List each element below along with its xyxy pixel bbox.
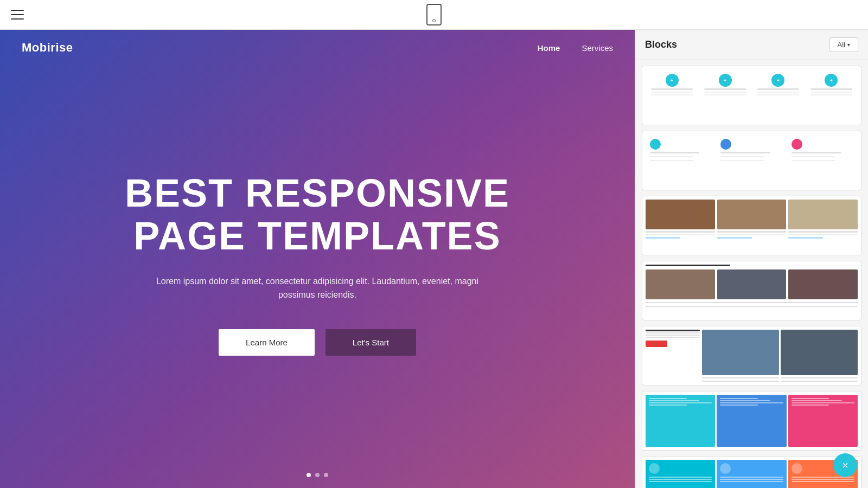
bc2-line9: [792, 160, 835, 161]
toolbar: [0, 0, 868, 30]
bc5-line3: [646, 337, 700, 338]
toolbar-center: [426, 4, 442, 25]
bc7-l9: [792, 481, 854, 482]
bc6-l2: [649, 400, 699, 401]
bc1-line11: [810, 92, 852, 93]
bc3-link1: [646, 237, 680, 239]
bc3-line2: [646, 234, 715, 235]
bc2-line1: [650, 152, 699, 153]
site-logo: Mobirise: [22, 41, 73, 55]
hamburger-menu-icon[interactable]: [11, 10, 24, 20]
bc1-icon2: [719, 74, 732, 87]
bc1-icon1: [666, 74, 679, 87]
bc5-sub3: [781, 377, 858, 378]
bc2-dot2: [720, 139, 731, 150]
bc2-line8: [792, 156, 835, 157]
learn-more-button[interactable]: Learn More: [219, 329, 315, 356]
bc7-col1: [646, 460, 715, 488]
bc1-icon4: [825, 74, 838, 87]
bc3-line5: [788, 231, 858, 233]
bc1-line10: [810, 88, 852, 90]
bc3-line3: [717, 231, 787, 233]
sidebar-title: Blocks: [645, 39, 677, 50]
bc6-l3: [649, 402, 712, 403]
bc2-line5: [720, 156, 764, 157]
bc3-line1: [646, 231, 715, 233]
hero-title: BEST RESPONSIVE PAGE TEMPLATES: [125, 172, 510, 258]
bc6-l9: [792, 398, 829, 399]
bc1-line9: [757, 94, 799, 95]
bc3-card2: [717, 200, 787, 239]
bc6-col1: [646, 395, 715, 447]
hero-title-line1: BEST RESPONSIVE: [125, 171, 510, 215]
filter-all-button[interactable]: All: [829, 37, 858, 52]
sidebar: Blocks All: [635, 30, 868, 488]
lets-start-button[interactable]: Let's Start: [326, 329, 416, 356]
block-card-blog[interactable]: [642, 261, 861, 320]
bc7-l4: [720, 477, 783, 478]
block-preview-7: [642, 457, 861, 488]
block-card-features-icons[interactable]: [642, 66, 861, 125]
bc3-link2: [717, 237, 752, 239]
bc3-card1: [646, 200, 715, 239]
bc7-col2: [717, 460, 786, 488]
dot-1[interactable]: [307, 473, 311, 477]
bc2-col3: [788, 136, 857, 185]
main-area: Mobirise Home Services BEST RESPONSIVE P…: [0, 30, 868, 488]
bc3-line4: [717, 234, 787, 235]
nav-link-home[interactable]: Home: [538, 43, 560, 53]
mobile-device-icon[interactable]: [426, 4, 442, 25]
toolbar-left: [11, 10, 24, 20]
sidebar-header: Blocks All: [635, 30, 868, 60]
bc6-l1: [649, 398, 687, 399]
bc3-link3: [788, 237, 823, 239]
bc1-line12: [810, 94, 852, 95]
bc1-col2: [700, 70, 751, 120]
bc6-l7: [720, 402, 783, 403]
bc6-col2: [717, 395, 786, 447]
bc3-card3: [788, 200, 858, 239]
bc5-col2: [781, 330, 858, 382]
block-card-colored-columns[interactable]: [642, 391, 861, 451]
bc5-right: [702, 330, 858, 382]
bc1-col3: [753, 70, 804, 120]
bc2-col2: [717, 136, 786, 185]
hero-carousel-dots: [0, 462, 635, 488]
bc5-img2: [781, 330, 858, 375]
bc4-row: [646, 269, 858, 299]
blocks-list[interactable]: [635, 60, 868, 488]
hero-subtitle: Lorem ipsum dolor sit amet, consectetur …: [138, 274, 496, 302]
close-button[interactable]: ×: [833, 453, 857, 477]
bc4-line1: [646, 302, 858, 303]
bc2-dot3: [792, 139, 802, 150]
block-card-colorful-sections[interactable]: [642, 456, 861, 488]
bc7-l6: [720, 481, 783, 482]
hero-content: BEST RESPONSIVE PAGE TEMPLATES Lorem ips…: [0, 66, 635, 462]
dot-3[interactable]: [324, 473, 328, 477]
bc5-img1: [702, 330, 779, 375]
bc5-badge: [646, 341, 667, 347]
bc7-l8: [792, 479, 854, 480]
bc1-line7: [757, 88, 799, 90]
bc5-sub1: [702, 377, 779, 378]
bc6-l5: [720, 398, 758, 399]
bc2-line2: [650, 156, 693, 157]
block-card-features-dots[interactable]: [642, 131, 861, 190]
block-card-image-cards[interactable]: [642, 196, 861, 255]
bc7-l1: [649, 477, 712, 478]
bc6-col3: [788, 395, 858, 447]
dot-2[interactable]: [315, 473, 320, 477]
bc5-col1: [702, 330, 779, 382]
hero-title-line2: PAGE TEMPLATES: [133, 214, 501, 258]
hero-buttons: Learn More Let's Start: [219, 329, 416, 356]
bc7-icon1: [649, 463, 660, 474]
bc7-icon2: [720, 463, 731, 474]
bc6-l11: [792, 402, 854, 403]
bc1-col1: [647, 70, 698, 120]
block-card-news[interactable]: [642, 326, 861, 386]
bc5-sub4: [781, 381, 858, 382]
bc4-img3: [788, 269, 858, 299]
bc5-title: [646, 330, 700, 331]
nav-link-services[interactable]: Services: [582, 43, 613, 53]
bc5-sub2: [702, 381, 779, 382]
